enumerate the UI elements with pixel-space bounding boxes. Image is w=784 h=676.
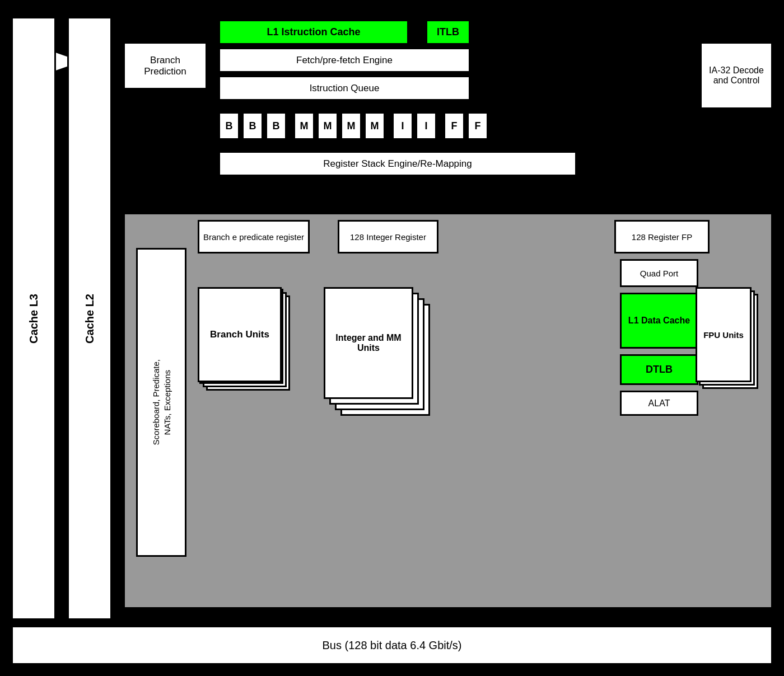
cache-l2: Cache L2 xyxy=(67,17,112,620)
bundle-f1: F xyxy=(444,112,465,140)
fpu-label: FPU Units xyxy=(703,330,744,340)
exec-area: Scoreboard, Predicate,NATs, Exceptions B… xyxy=(123,213,773,609)
bundle-m3: M xyxy=(340,112,362,140)
bundle-b2: B xyxy=(242,112,263,140)
bundle-m4: M xyxy=(364,112,385,140)
fetch-engine-label: Fetch/pre-fetch Engine xyxy=(296,55,393,66)
int-mm-label: Integer and MM Units xyxy=(325,333,412,353)
bundle-group-m: M M M M xyxy=(293,112,385,140)
l1-data-cache-box: L1 Data Cache xyxy=(620,293,698,349)
branch-pred-reg-box: Branch e predicate register xyxy=(198,220,310,254)
bundle-group-f: F F xyxy=(444,112,488,140)
register-stack-label: Register Stack Engine/Re-Mapping xyxy=(323,158,472,170)
bundle-m2: M xyxy=(317,112,338,140)
quad-port-label: Quad Port xyxy=(640,269,678,278)
fpu-main: FPU Units xyxy=(696,287,752,382)
dtlb-box: DTLB xyxy=(620,354,698,385)
cache-l2-label: Cache L2 xyxy=(83,294,96,344)
bundles-area: B B B M M M M I I F F xyxy=(218,109,470,143)
branch-prediction-label: Branch Prediction xyxy=(128,55,203,77)
scoreboard-box: Scoreboard, Predicate,NATs, Exceptions xyxy=(136,248,186,557)
bundle-i2: I xyxy=(416,112,437,140)
fetch-engine-box: Fetch/pre-fetch Engine xyxy=(218,48,470,73)
bundle-m1: M xyxy=(293,112,315,140)
main-diagram: Cache L3 Cache L2 Branch Prediction L1 I… xyxy=(0,0,784,676)
branch-pred-reg-label: Branch e predicate register xyxy=(203,232,304,242)
bundle-b3: B xyxy=(265,112,287,140)
l1-icache-box: L1 Istruction Cache xyxy=(218,20,409,45)
fp-register-label: 128 Register FP xyxy=(632,232,692,242)
int-register-label: 128 Integer Register xyxy=(350,232,426,242)
register-stack-box: Register Stack Engine/Re-Mapping xyxy=(218,151,577,176)
branch-units-label: Branch Units xyxy=(210,329,269,340)
alat-label: ALAT xyxy=(648,398,670,409)
cache-l3: Cache L3 xyxy=(11,17,56,620)
scoreboard-label: Scoreboard, Predicate,NATs, Exceptions xyxy=(151,359,172,445)
bundle-b1: B xyxy=(218,112,240,140)
l1-icache-label: L1 Istruction Cache xyxy=(267,26,360,38)
branch-units-main: Branch Units xyxy=(198,287,282,382)
branch-prediction-box: Branch Prediction xyxy=(123,42,207,90)
int-mm-main: Integer and MM Units xyxy=(324,287,413,399)
int-register-box: 128 Integer Register xyxy=(338,220,438,254)
l1-data-cache-label: L1 Data Cache xyxy=(628,316,690,326)
alat-box: ALAT xyxy=(620,391,698,416)
instruction-queue-label: Istruction Queue xyxy=(310,83,380,94)
quad-port-box: Quad Port xyxy=(620,259,698,287)
ia32-decode-label: IA-32 Decode and Control xyxy=(704,65,768,86)
itlb-label: ITLB xyxy=(437,26,459,38)
dtlb-label: DTLB xyxy=(646,364,673,375)
int-mm-stack: Integer and MM Units xyxy=(324,287,436,427)
cache-l3-label: Cache L3 xyxy=(27,294,40,344)
bundle-f2: F xyxy=(467,112,488,140)
bundle-group-b: B B B xyxy=(218,112,287,140)
instruction-queue-box: Istruction Queue xyxy=(218,76,470,101)
bundle-group-i: I I xyxy=(392,112,437,140)
bus-label: Bus (128 bit data 6.4 Gbit/s) xyxy=(322,639,461,652)
fp-register-box: 128 Register FP xyxy=(614,220,710,254)
top-section: Branch Prediction L1 Istruction Cache IT… xyxy=(123,11,773,207)
ia32-decode-box: IA-32 Decode and Control xyxy=(700,42,773,109)
branch-units-stack: Branch Units xyxy=(198,287,293,399)
itlb-box: ITLB xyxy=(426,20,470,45)
fpu-stack: FPU Units xyxy=(696,287,763,399)
bus-bar: Bus (128 bit data 6.4 Gbit/s) xyxy=(11,626,773,665)
bundle-i1: I xyxy=(392,112,413,140)
